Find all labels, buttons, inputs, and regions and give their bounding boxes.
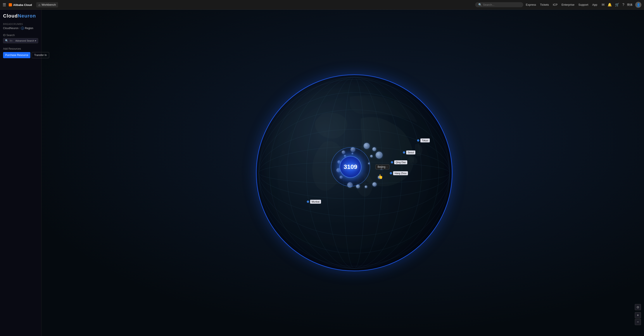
topnav-tickets[interactable]: Tickets — [540, 3, 549, 6]
beijing-glow: 3109 Beijing › — [331, 147, 370, 187]
topnav-app[interactable]: App — [592, 3, 597, 6]
transfer-in-button[interactable]: Transfer In — [32, 52, 49, 58]
qingdao-dot — [391, 161, 393, 163]
workbench-icon: ⌂ — [38, 3, 40, 7]
add-resources-buttons: Purchase Resource Transfer In — [3, 52, 38, 58]
id-search-label: ID Search — [3, 34, 38, 37]
svg-text:Alibaba Cloud: Alibaba Cloud — [13, 3, 32, 7]
sphere-17 — [370, 155, 373, 157]
breadcrumb-region: Region — [25, 27, 33, 30]
topnav-icp[interactable]: ICP — [553, 3, 558, 6]
beijing-label-box: Beijing › — [376, 164, 389, 169]
global-search-bar[interactable]: 🔍 — [475, 2, 523, 7]
location-mumbai[interactable]: Munbai — [307, 200, 321, 204]
alibaba-cloud-logo: Alibaba Cloud — [9, 2, 33, 8]
sidebar: CloudNeuron Breadcrumbs CloudNeuron / ⊙ … — [0, 10, 42, 336]
sidebar-logo: CloudNeuron — [3, 13, 38, 19]
topnav-enterprise[interactable]: Enterprise — [562, 3, 574, 6]
globe-container: 3109 Beijing › 👆 Tokyo — [256, 74, 452, 271]
hangzhou-label: Hang Zhou — [393, 171, 408, 175]
breadcrumbs-label: Breadcrumbs — [3, 23, 38, 25]
tokyo-dot — [417, 139, 419, 141]
beijing-inner: 3109 — [340, 156, 362, 178]
workbench-label: Workbench — [42, 3, 56, 6]
topnav: ☰ Alibaba Cloud ⌂ Workbench 🔍 Express Ti… — [0, 0, 644, 10]
user-avatar[interactable]: 👤 — [635, 2, 642, 8]
zoom-out-button[interactable]: − — [635, 319, 641, 325]
workbench-button[interactable]: ⌂ Workbench — [36, 2, 58, 8]
add-resources-label: Add Resources — [3, 47, 38, 50]
search-icon: 🔍 — [478, 3, 482, 6]
beijing-label-tag[interactable]: Beijing › — [376, 164, 389, 169]
help-icon[interactable]: ? — [622, 3, 624, 7]
topnav-express[interactable]: Express — [526, 3, 536, 6]
topnav-icons: ✉ 🔔 🛒 ? — [602, 3, 624, 7]
globe-icon: ⊙ — [21, 27, 24, 30]
zoom-controls: ⊙ + − — [635, 304, 641, 325]
location-qingdao[interactable]: Qing Dao — [391, 160, 407, 164]
map-area[interactable]: 3109 Beijing › 👆 Tokyo — [0, 10, 644, 336]
location-hangzhou[interactable]: Hang Zhou — [390, 171, 408, 175]
language-selector[interactable]: 簡体 — [627, 3, 633, 7]
seoul-label: Seoul — [406, 150, 415, 154]
tokyo-label: Tokyo — [420, 138, 430, 142]
topnav-links: Express Tickets ICP Enterprise Support A… — [526, 3, 597, 6]
globe[interactable]: 3109 Beijing › 👆 Tokyo — [256, 74, 452, 271]
message-icon[interactable]: ✉ — [602, 3, 604, 7]
breadcrumb-separator: / — [20, 27, 20, 30]
location-seoul[interactable]: Seoul — [403, 150, 415, 154]
location-tokyo[interactable]: Tokyo — [417, 138, 430, 142]
arrow-icon: › — [386, 165, 388, 168]
add-resources-section: Add Resources Purchase Resource Transfer… — [3, 47, 38, 58]
breadcrumb-root[interactable]: CloudNeuron — [3, 27, 18, 30]
purchase-resource-button[interactable]: Purchase Resource — [3, 52, 30, 58]
sphere-12 — [372, 182, 377, 187]
beijing-label: Beijing — [378, 165, 386, 169]
logo-svg: Alibaba Cloud — [9, 2, 33, 8]
beijing-center[interactable]: 3109 Beijing › — [331, 147, 370, 187]
menu-icon[interactable]: ☰ — [2, 3, 6, 7]
id-search-section: ID Search 🔍 Advanced Search ▾ — [3, 34, 38, 43]
locate-button[interactable]: ⊙ — [635, 304, 641, 310]
instance-id-input[interactable] — [10, 39, 12, 42]
search-icon: 🔍 — [5, 39, 8, 42]
qingdao-label: Qing Dao — [394, 160, 407, 164]
breadcrumb-current[interactable]: ⊙ Region — [21, 27, 33, 30]
id-search-bar[interactable]: 🔍 Advanced Search ▾ — [3, 38, 38, 43]
cloudneuron-logo-text: CloudNeuron — [3, 13, 38, 19]
svg-rect-0 — [9, 3, 12, 6]
sphere-4 — [372, 147, 376, 151]
topnav-support[interactable]: Support — [578, 3, 588, 6]
hangzhou-dot — [390, 172, 392, 174]
seoul-dot — [403, 151, 405, 153]
notification-icon[interactable]: 🔔 — [608, 3, 612, 7]
sphere-5 — [376, 151, 382, 158]
chevron-down-icon: ▾ — [35, 39, 36, 42]
sphere-13 — [378, 176, 381, 179]
search-input[interactable] — [483, 3, 518, 6]
mumbai-label: Munbai — [310, 200, 321, 204]
beijing-count: 3109 — [344, 163, 357, 171]
advanced-search-button[interactable]: Advanced Search ▾ — [14, 39, 36, 42]
advanced-search-label: Advanced Search — [15, 39, 34, 42]
zoom-in-button[interactable]: + — [635, 312, 641, 318]
breadcrumb: CloudNeuron / ⊙ Region — [3, 27, 38, 30]
mumbai-dot — [307, 201, 309, 203]
cart-icon[interactable]: 🛒 — [615, 3, 619, 7]
